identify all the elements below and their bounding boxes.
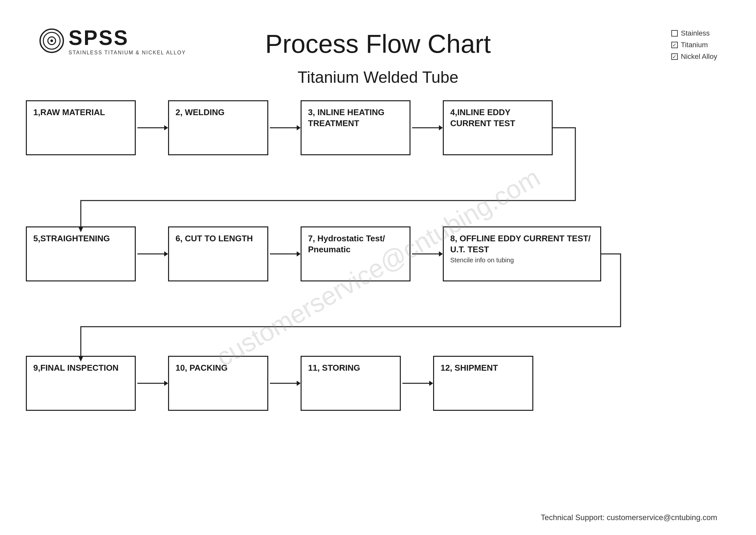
checkbox-titanium: ✓ bbox=[671, 42, 678, 48]
svg-marker-11 bbox=[164, 251, 168, 257]
main-title: Process Flow Chart bbox=[265, 29, 491, 59]
arrow-1-2 bbox=[136, 121, 168, 134]
box12-label: 12, SHIPMENT bbox=[441, 363, 498, 374]
box7-label: 7, Hydrostatic Test/ Pneumatic bbox=[308, 233, 403, 255]
sub-title: Titanium Welded Tube bbox=[298, 68, 459, 87]
arrow-5-6 bbox=[136, 247, 168, 260]
logo-area: SPSS STAINLESS TITANIUM & NICKEL ALLOY bbox=[39, 26, 186, 56]
logo-subtitle: STAINLESS TITANIUM & NICKEL ALLOY bbox=[68, 50, 186, 56]
box-hydrostatic: 7, Hydrostatic Test/ Pneumatic bbox=[301, 226, 411, 281]
checkbox-stainless bbox=[671, 30, 678, 37]
footer: Technical Support: customerservice@cntub… bbox=[541, 513, 717, 522]
arrow-9-10 bbox=[136, 377, 168, 390]
legend: Stainless ✓ Titanium ✓ Nickel Alloy bbox=[671, 29, 717, 61]
legend-titanium: ✓ Titanium bbox=[671, 41, 717, 49]
box-inline-eddy: 4,INLINE EDDY CURRENT TEST bbox=[443, 100, 553, 155]
arrow-6-7 bbox=[268, 247, 301, 260]
flow-row-2: 5,STRAIGHTENING 6, CUT TO LENGTH 7, Hydr… bbox=[26, 226, 730, 281]
box8-label: 8, OFFLINE EDDY CURRENT TEST/ U.T. TEST bbox=[450, 233, 594, 255]
box-shipment: 12, SHIPMENT bbox=[433, 356, 533, 411]
flow-row-3: 9,FINAL INSPECTION 10, PACKING 11, STORI… bbox=[26, 356, 730, 411]
box11-label: 11, STORING bbox=[308, 363, 360, 374]
box-raw-material: 1,RAW MATERIAL bbox=[26, 100, 136, 155]
svg-point-3 bbox=[50, 40, 53, 42]
flowchart: 1,RAW MATERIAL 2, WELDING 3, INLINE HEAT… bbox=[26, 100, 730, 503]
logo-brand: SPSS bbox=[68, 26, 186, 50]
legend-label-titanium: Titanium bbox=[681, 41, 708, 49]
box8-sub: Stencile info on tubing bbox=[450, 257, 594, 264]
box-straightening: 5,STRAIGHTENING bbox=[26, 226, 136, 281]
box2-label: 2, WELDING bbox=[176, 107, 225, 118]
svg-marker-5 bbox=[164, 125, 168, 130]
logo-icon bbox=[39, 28, 65, 54]
box4-label: 4,INLINE EDDY CURRENT TEST bbox=[450, 107, 545, 129]
box-cut-to-length: 6, CUT TO LENGTH bbox=[168, 226, 268, 281]
legend-label-nickel: Nickel Alloy bbox=[681, 52, 717, 61]
svg-marker-7 bbox=[297, 125, 301, 130]
box-storing: 11, STORING bbox=[301, 356, 401, 411]
box-packing: 10, PACKING bbox=[168, 356, 268, 411]
arrow-2-3 bbox=[268, 121, 301, 134]
flow-row-1: 1,RAW MATERIAL 2, WELDING 3, INLINE HEAT… bbox=[26, 100, 730, 155]
legend-stainless: Stainless bbox=[671, 29, 717, 38]
svg-marker-9 bbox=[439, 125, 443, 130]
arrow-3-4 bbox=[411, 121, 443, 134]
arrow-11-12 bbox=[401, 377, 433, 390]
checkbox-nickel: ✓ bbox=[671, 53, 678, 60]
box-offline-eddy: 8, OFFLINE EDDY CURRENT TEST/ U.T. TEST … bbox=[443, 226, 601, 281]
svg-marker-17 bbox=[164, 381, 168, 386]
box1-label: 1,RAW MATERIAL bbox=[33, 107, 105, 118]
box6-label: 6, CUT TO LENGTH bbox=[176, 233, 253, 244]
box-welding: 2, WELDING bbox=[168, 100, 268, 155]
arrow-10-11 bbox=[268, 377, 301, 390]
legend-label-stainless: Stainless bbox=[681, 29, 710, 38]
logo-text-group: SPSS STAINLESS TITANIUM & NICKEL ALLOY bbox=[68, 26, 186, 56]
footer-text: Technical Support: customerservice@cntub… bbox=[541, 513, 717, 522]
legend-nickel: ✓ Nickel Alloy bbox=[671, 52, 717, 61]
box10-label: 10, PACKING bbox=[176, 363, 228, 374]
svg-marker-21 bbox=[429, 381, 433, 386]
svg-marker-19 bbox=[297, 381, 301, 386]
box9-label: 9,FINAL INSPECTION bbox=[33, 363, 119, 374]
svg-marker-13 bbox=[297, 251, 301, 257]
box-final-inspection: 9,FINAL INSPECTION bbox=[26, 356, 136, 411]
box-inline-heating: 3, INLINE HEATING TREATMENT bbox=[301, 100, 411, 155]
box3-label: 3, INLINE HEATING TREATMENT bbox=[308, 107, 403, 129]
arrow-7-8 bbox=[411, 247, 443, 260]
box5-label: 5,STRAIGHTENING bbox=[33, 233, 110, 244]
svg-marker-15 bbox=[439, 251, 443, 257]
